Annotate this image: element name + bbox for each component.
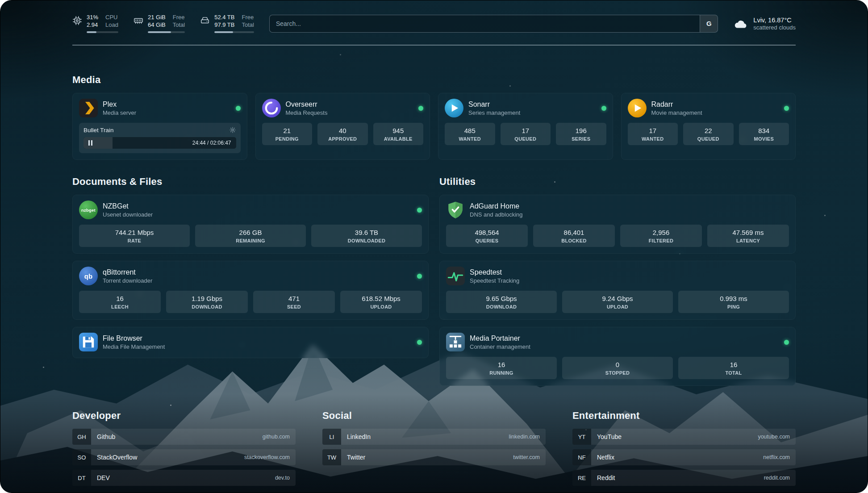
nzbget-icon: nzbget (79, 201, 98, 219)
bookmark-name: Netflix (591, 454, 620, 461)
service-name: AdGuard Home (470, 202, 523, 210)
section-media: Media Plex Media server (72, 74, 796, 160)
service-name: NZBGet (103, 202, 153, 210)
bookmark-url: stackoverflow.com (244, 454, 296, 460)
service-card-radarr[interactable]: Radarr Movie management 17 WANTED 22 QUE… (621, 93, 796, 160)
bookmark-abbr: YT (572, 429, 591, 445)
bookmark-name: Reddit (591, 474, 621, 481)
top-bar: 31% 2.94 CPU Load (72, 14, 796, 33)
stat-movies: 834 MOVIES (739, 123, 789, 145)
stat-queued: 17 QUEUED (501, 123, 551, 145)
snow-flecks (0, 0, 2, 2)
bookmark-stackoverflow[interactable]: SO StackOverflow stackoverflow.com (72, 449, 296, 465)
service-description: DNS and adblocking (470, 211, 523, 218)
bookmark-twitter[interactable]: TW Twitter twitter.com (322, 449, 546, 465)
section-documents-files: Documents & Files nzbget NZBGet Usenet d… (72, 176, 429, 358)
cpu-label: CPU (105, 14, 118, 21)
memory-progress-bar (148, 31, 185, 33)
bookmark-abbr: GH (72, 429, 91, 445)
stat-download: 1.19 Gbps DOWNLOAD (166, 291, 248, 313)
status-dot (784, 340, 789, 345)
service-name: Sonarr (468, 100, 520, 109)
section-title-developer: Developer (72, 410, 296, 422)
service-card-qbittorrent[interactable]: qb qBittorrent Torrent downloader 16 (72, 261, 429, 320)
stat-seed: 471 SEED (253, 291, 335, 313)
search-input[interactable] (270, 15, 700, 32)
weather-condition: scattered clouds (753, 24, 796, 31)
search-provider-button[interactable]: G (700, 15, 718, 32)
bookmark-linkedin[interactable]: LI LinkedIn linkedin.com (322, 429, 546, 445)
section-title-media: Media (72, 74, 796, 86)
memory-free-value: 21 GiB (148, 14, 166, 21)
service-description: Movie management (651, 109, 702, 116)
bookmark-dev[interactable]: DT DEV dev.to (72, 470, 296, 486)
service-card-filebrowser[interactable]: File Browser Media File Management (72, 327, 429, 358)
pause-icon[interactable] (88, 140, 92, 146)
stat-wanted: 485 WANTED (445, 123, 495, 145)
playback-progress-fill (83, 137, 113, 149)
status-dot (417, 208, 422, 213)
memory-icon (134, 16, 143, 25)
cpu-load-value: 2.94 (87, 21, 98, 29)
stat-running: 16 RUNNING (446, 357, 557, 379)
cpu-progress-fill (87, 31, 96, 33)
service-name: qBittorrent (103, 268, 152, 276)
stat-total: 16 TOTAL (678, 357, 789, 379)
stat-ping: 0.993 ms PING (678, 291, 789, 313)
service-description: Media server (103, 109, 136, 116)
stat-stopped: 0 STOPPED (562, 357, 673, 379)
search-bar: G (269, 15, 718, 33)
bookmark-netflix[interactable]: NF Netflix netflix.com (572, 449, 796, 465)
weather-location: Lviv, 16.87°C (753, 17, 796, 24)
status-dot (236, 106, 241, 111)
section-title-documents: Documents & Files (72, 176, 429, 188)
disk-icon (200, 16, 210, 25)
service-card-nzbget[interactable]: nzbget NZBGet Usenet downloader 744.21 M… (72, 195, 429, 254)
disk-progress-fill (214, 31, 233, 33)
bookmark-name: Github (91, 433, 121, 440)
stat-rate: 744.21 Mbps RATE (79, 225, 190, 247)
service-card-portainer[interactable]: Media Portainer Container management 16 … (439, 327, 796, 386)
stat-approved: 40 APPROVED (317, 123, 368, 145)
stat-leech: 16 LEECH (79, 291, 161, 313)
memory-progress-fill (148, 31, 171, 33)
bookmark-url: dev.to (275, 475, 296, 481)
radarr-icon (628, 99, 647, 117)
stat-filtered: 2,956 FILTERED (620, 225, 702, 247)
service-card-adguard[interactable]: AdGuard Home DNS and adblocking 498,564 … (439, 195, 796, 254)
service-name: Speedtest (470, 268, 519, 276)
bookmark-youtube[interactable]: YT YouTube youtube.com (572, 429, 796, 445)
weather-widget: Lviv, 16.87°C scattered clouds (733, 17, 796, 31)
sonarr-icon (445, 99, 463, 117)
bookmark-abbr: DT (72, 470, 91, 486)
playback-progress-bar[interactable]: 24:44 / 02:06:47 (83, 137, 236, 149)
bookmark-name: YouTube (591, 433, 627, 440)
bookmark-github[interactable]: GH Github github.com (72, 429, 296, 445)
stat-remaining: 266 GB REMAINING (195, 225, 306, 247)
service-card-speedtest[interactable]: Speedtest Speedtest Tracking 9.65 Gbps D… (439, 261, 796, 320)
qbittorrent-icon: qb (79, 267, 98, 285)
bookmark-url: reddit.com (764, 475, 796, 481)
service-card-sonarr[interactable]: Sonarr Series management 485 WANTED 17 Q… (438, 93, 613, 160)
cpu-load-label: Load (105, 21, 118, 29)
disk-free-label: Free (242, 14, 254, 21)
portainer-icon (446, 333, 465, 351)
service-card-overseerr[interactable]: Overseerr Media Requests 21 PENDING 40 A… (255, 93, 430, 160)
bookmark-reddit[interactable]: RE Reddit reddit.com (572, 470, 796, 486)
disk-widget: 52.4 TB 97.9 TB Free Total (200, 14, 254, 33)
plex-icon (79, 99, 98, 117)
service-card-plex[interactable]: Plex Media server Bullet Train (72, 93, 247, 160)
dashboard-window: 31% 2.94 CPU Load (0, 0, 868, 493)
memory-widget: 21 GiB 64 GiB Free Total (134, 14, 185, 33)
overseerr-icon (262, 99, 281, 117)
adguard-icon (446, 201, 465, 219)
playback-time: 24:44 / 02:06:47 (192, 140, 231, 146)
service-name: Radarr (651, 100, 702, 109)
gear-icon[interactable] (229, 126, 236, 134)
plex-now-playing: Bullet Train 24:44 / 02:06:4 (79, 123, 241, 153)
cpu-percent: 31% (87, 14, 98, 21)
stat-download: 9.65 Gbps DOWNLOAD (446, 291, 557, 313)
bookmark-url: github.com (263, 434, 296, 440)
status-dot (417, 274, 422, 279)
service-description: Torrent downloader (103, 277, 152, 284)
